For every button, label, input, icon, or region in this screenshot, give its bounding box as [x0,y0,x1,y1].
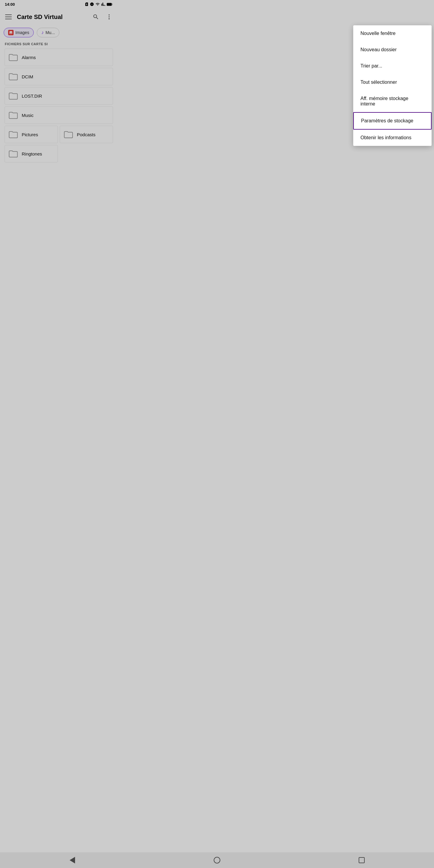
dropdown-overlay[interactable]: Nouvelle fenêtre Nouveau dossier Trier p… [0,0,118,235]
